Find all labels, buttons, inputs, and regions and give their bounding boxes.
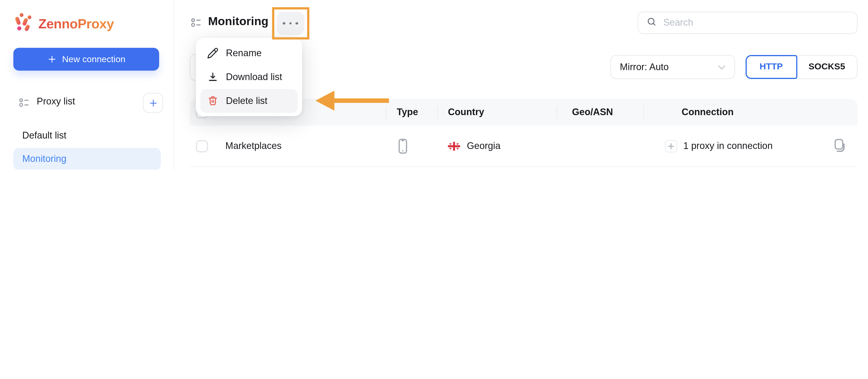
column-divider <box>437 106 438 119</box>
sidebar-lists: Default list Monitoring Мониторинг налич… <box>0 123 174 169</box>
proxy-list-icon <box>19 97 31 112</box>
sidebar-list-item-1[interactable]: Monitoring <box>13 148 161 170</box>
mobile-proxy-icon <box>397 138 408 154</box>
protocol-socks5-button[interactable]: SOCKS5 <box>797 56 857 78</box>
column-header-geo-asn[interactable]: Geo/ASN <box>572 107 613 118</box>
column-header-connection[interactable]: Connection <box>682 107 734 118</box>
sidebar-list-item-label: Monitoring <box>22 153 66 165</box>
menu-item-label: Rename <box>226 47 262 59</box>
app-window: ZennoProxy New connection Proxy list Def… <box>0 0 868 170</box>
brand-logo: ZennoProxy <box>13 12 114 36</box>
sidebar: ZennoProxy New connection Proxy list Def… <box>0 0 174 170</box>
country-flag-icon <box>448 141 460 150</box>
search-icon <box>646 16 657 30</box>
country-name: Georgia <box>467 140 500 152</box>
row-checkbox[interactable] <box>196 140 208 152</box>
add-list-button[interactable] <box>143 93 163 113</box>
menu-item-download-list[interactable]: Download list <box>200 65 298 89</box>
sidebar-list-item-label: Default list <box>22 130 66 141</box>
mirror-select-value: Mirror: Auto <box>620 61 669 73</box>
proxy-list-label: Proxy list <box>37 96 75 107</box>
menu-item-label: Download list <box>226 71 282 82</box>
connection-label: 1 proxy in connection <box>683 140 773 152</box>
download-icon <box>207 71 219 83</box>
row-connection: 1 proxy in connection <box>665 140 773 152</box>
protocol-toggle: SOCKS5 HTTP <box>746 55 857 79</box>
column-header-type[interactable]: Type <box>397 107 418 118</box>
copy-icon[interactable] <box>832 138 846 155</box>
protocol-http-button[interactable]: HTTP <box>745 55 797 78</box>
column-divider <box>643 106 644 119</box>
row-name: Marketplaces <box>225 140 282 152</box>
search-input[interactable] <box>662 17 840 29</box>
column-header-country[interactable]: Country <box>448 107 484 118</box>
sidebar-list-item-0[interactable]: Default list <box>13 125 161 147</box>
proxy-table-body: Marketplaces Georgia 1 proxy in connecti… <box>190 126 857 169</box>
table-row-1: Marketplaces Kazakhstan 1 proxy in conne… <box>190 167 857 170</box>
trash-icon <box>207 95 219 107</box>
menu-item-label: Delete list <box>226 95 268 106</box>
plus-icon <box>47 55 57 64</box>
brand-logo-icon <box>13 12 35 36</box>
mirror-select[interactable]: Mirror: Auto <box>611 55 735 79</box>
brand-name: ZennoProxy <box>38 16 114 32</box>
menu-item-rename[interactable]: Rename <box>200 41 298 65</box>
table-row-0: Marketplaces Georgia 1 proxy in connecti… <box>190 126 857 167</box>
proxy-list-section: Proxy list <box>0 91 174 115</box>
plus-icon <box>668 143 674 149</box>
chevron-down-icon <box>718 61 725 73</box>
page-title: Monitoring <box>208 14 269 28</box>
list-actions-menu: Rename Download list Delete list <box>196 38 302 116</box>
new-connection-button[interactable]: New connection <box>13 48 159 71</box>
pencil-icon <box>207 47 219 59</box>
column-divider <box>385 106 386 119</box>
list-actions-menu-button[interactable] <box>277 12 304 35</box>
add-to-connection-button[interactable] <box>665 140 677 152</box>
search-box <box>638 12 857 34</box>
menu-item-delete-list[interactable]: Delete list <box>200 89 298 113</box>
row-country: Georgia <box>448 140 500 152</box>
plus-icon <box>148 98 158 108</box>
proxy-list-icon <box>190 17 203 32</box>
column-divider <box>556 106 557 119</box>
